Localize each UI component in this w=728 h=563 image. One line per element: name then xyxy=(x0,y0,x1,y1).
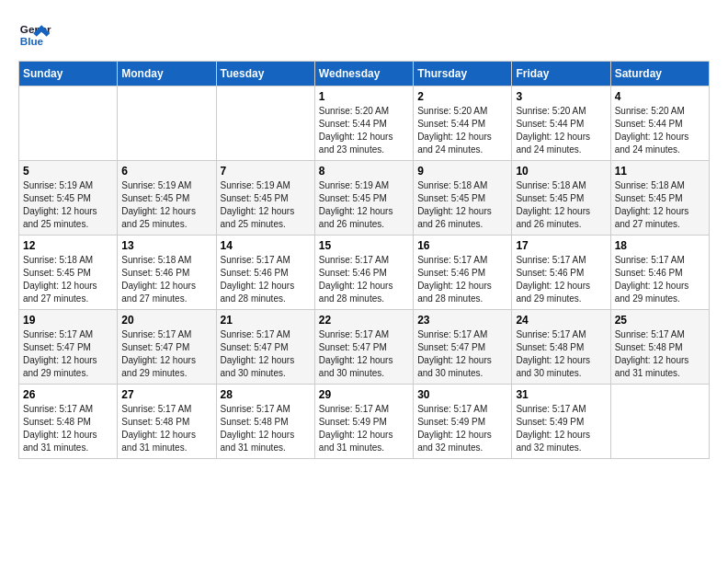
day-of-week-sunday: Sunday xyxy=(19,62,118,86)
logo: General Blue xyxy=(18,18,51,52)
day-info: Sunrise: 5:20 AM Sunset: 5:44 PM Dayligh… xyxy=(319,105,409,156)
day-info: Sunrise: 5:17 AM Sunset: 5:47 PM Dayligh… xyxy=(121,328,211,380)
page-header: General Blue xyxy=(18,18,710,52)
day-info: Sunrise: 5:17 AM Sunset: 5:49 PM Dayligh… xyxy=(417,403,507,454)
day-number: 17 xyxy=(516,239,606,252)
day-info: Sunrise: 5:18 AM Sunset: 5:46 PM Dayligh… xyxy=(121,254,211,305)
day-number: 2 xyxy=(417,90,507,103)
day-number: 13 xyxy=(121,239,211,252)
calendar-cell: 16Sunrise: 5:17 AM Sunset: 5:46 PM Dayli… xyxy=(414,236,512,310)
calendar-table: SundayMondayTuesdayWednesdayThursdayFrid… xyxy=(18,61,710,459)
day-number: 15 xyxy=(319,239,409,252)
day-info: Sunrise: 5:17 AM Sunset: 5:46 PM Dayligh… xyxy=(319,254,409,305)
day-of-week-wednesday: Wednesday xyxy=(314,62,413,86)
calendar-week-4: 19Sunrise: 5:17 AM Sunset: 5:47 PM Dayli… xyxy=(19,310,710,385)
day-info: Sunrise: 5:17 AM Sunset: 5:46 PM Dayligh… xyxy=(615,254,705,305)
calendar-week-3: 12Sunrise: 5:18 AM Sunset: 5:45 PM Dayli… xyxy=(19,236,710,310)
day-number: 25 xyxy=(615,314,705,327)
calendar-cell: 20Sunrise: 5:17 AM Sunset: 5:47 PM Dayli… xyxy=(118,310,216,385)
day-info: Sunrise: 5:17 AM Sunset: 5:48 PM Dayligh… xyxy=(121,403,211,454)
day-number: 14 xyxy=(221,239,311,252)
day-of-week-friday: Friday xyxy=(512,62,610,86)
day-info: Sunrise: 5:18 AM Sunset: 5:45 PM Dayligh… xyxy=(516,179,606,231)
day-number: 30 xyxy=(417,388,507,401)
calendar-cell: 13Sunrise: 5:18 AM Sunset: 5:46 PM Dayli… xyxy=(118,236,216,310)
day-info: Sunrise: 5:20 AM Sunset: 5:44 PM Dayligh… xyxy=(417,105,507,156)
calendar-cell: 27Sunrise: 5:17 AM Sunset: 5:48 PM Dayli… xyxy=(118,385,216,459)
day-number: 11 xyxy=(615,165,705,178)
calendar-cell: 14Sunrise: 5:17 AM Sunset: 5:46 PM Dayli… xyxy=(216,236,314,310)
svg-text:Blue: Blue xyxy=(20,35,44,47)
calendar-cell: 31Sunrise: 5:17 AM Sunset: 5:49 PM Dayli… xyxy=(512,385,610,459)
day-info: Sunrise: 5:17 AM Sunset: 5:48 PM Dayligh… xyxy=(516,328,606,380)
calendar-cell: 8Sunrise: 5:19 AM Sunset: 5:45 PM Daylig… xyxy=(314,161,413,236)
calendar-cell xyxy=(118,86,216,161)
calendar-cell: 22Sunrise: 5:17 AM Sunset: 5:47 PM Dayli… xyxy=(314,310,413,385)
day-info: Sunrise: 5:17 AM Sunset: 5:49 PM Dayligh… xyxy=(319,403,409,454)
calendar-cell: 10Sunrise: 5:18 AM Sunset: 5:45 PM Dayli… xyxy=(512,161,610,236)
day-number: 6 xyxy=(121,165,211,178)
calendar-week-2: 5Sunrise: 5:19 AM Sunset: 5:45 PM Daylig… xyxy=(19,161,710,236)
calendar-cell: 5Sunrise: 5:19 AM Sunset: 5:45 PM Daylig… xyxy=(19,161,118,236)
day-of-week-header: SundayMondayTuesdayWednesdayThursdayFrid… xyxy=(19,62,710,86)
day-number: 3 xyxy=(516,90,606,103)
day-info: Sunrise: 5:17 AM Sunset: 5:49 PM Dayligh… xyxy=(516,403,606,454)
day-info: Sunrise: 5:19 AM Sunset: 5:45 PM Dayligh… xyxy=(121,179,211,231)
day-number: 22 xyxy=(319,314,409,327)
day-info: Sunrise: 5:17 AM Sunset: 5:47 PM Dayligh… xyxy=(417,328,507,380)
calendar-week-5: 26Sunrise: 5:17 AM Sunset: 5:48 PM Dayli… xyxy=(19,385,710,459)
calendar-cell: 4Sunrise: 5:20 AM Sunset: 5:44 PM Daylig… xyxy=(610,86,709,161)
calendar-cell: 30Sunrise: 5:17 AM Sunset: 5:49 PM Dayli… xyxy=(414,385,512,459)
day-of-week-tuesday: Tuesday xyxy=(216,62,314,86)
calendar-cell: 1Sunrise: 5:20 AM Sunset: 5:44 PM Daylig… xyxy=(314,86,413,161)
day-info: Sunrise: 5:19 AM Sunset: 5:45 PM Dayligh… xyxy=(319,179,409,231)
day-number: 5 xyxy=(23,165,113,178)
day-number: 28 xyxy=(221,388,311,401)
day-number: 27 xyxy=(121,388,211,401)
day-number: 8 xyxy=(319,165,409,178)
day-number: 19 xyxy=(23,314,113,327)
day-number: 31 xyxy=(516,388,606,401)
calendar-cell: 17Sunrise: 5:17 AM Sunset: 5:46 PM Dayli… xyxy=(512,236,610,310)
calendar-cell: 15Sunrise: 5:17 AM Sunset: 5:46 PM Dayli… xyxy=(314,236,413,310)
day-info: Sunrise: 5:20 AM Sunset: 5:44 PM Dayligh… xyxy=(615,105,705,156)
calendar-cell: 3Sunrise: 5:20 AM Sunset: 5:44 PM Daylig… xyxy=(512,86,610,161)
calendar-cell: 21Sunrise: 5:17 AM Sunset: 5:47 PM Dayli… xyxy=(216,310,314,385)
calendar-cell: 23Sunrise: 5:17 AM Sunset: 5:47 PM Dayli… xyxy=(414,310,512,385)
calendar-cell: 18Sunrise: 5:17 AM Sunset: 5:46 PM Dayli… xyxy=(610,236,709,310)
day-number: 7 xyxy=(221,165,311,178)
logo-icon: General Blue xyxy=(18,18,51,52)
day-number: 23 xyxy=(417,314,507,327)
day-of-week-monday: Monday xyxy=(118,62,216,86)
day-number: 18 xyxy=(615,239,705,252)
day-info: Sunrise: 5:19 AM Sunset: 5:45 PM Dayligh… xyxy=(221,179,311,231)
day-info: Sunrise: 5:17 AM Sunset: 5:47 PM Dayligh… xyxy=(319,328,409,380)
day-number: 21 xyxy=(221,314,311,327)
day-number: 20 xyxy=(121,314,211,327)
day-info: Sunrise: 5:17 AM Sunset: 5:46 PM Dayligh… xyxy=(221,254,311,305)
calendar-cell xyxy=(19,86,118,161)
calendar-cell: 2Sunrise: 5:20 AM Sunset: 5:44 PM Daylig… xyxy=(414,86,512,161)
calendar-cell: 11Sunrise: 5:18 AM Sunset: 5:45 PM Dayli… xyxy=(610,161,709,236)
calendar-cell: 28Sunrise: 5:17 AM Sunset: 5:48 PM Dayli… xyxy=(216,385,314,459)
day-number: 1 xyxy=(319,90,409,103)
day-info: Sunrise: 5:17 AM Sunset: 5:48 PM Dayligh… xyxy=(615,328,705,380)
day-of-week-thursday: Thursday xyxy=(414,62,512,86)
calendar-cell xyxy=(610,385,709,459)
calendar-cell: 7Sunrise: 5:19 AM Sunset: 5:45 PM Daylig… xyxy=(216,161,314,236)
day-info: Sunrise: 5:17 AM Sunset: 5:46 PM Dayligh… xyxy=(417,254,507,305)
day-number: 4 xyxy=(615,90,705,103)
calendar-cell: 6Sunrise: 5:19 AM Sunset: 5:45 PM Daylig… xyxy=(118,161,216,236)
day-number: 26 xyxy=(23,388,113,401)
calendar-body: 1Sunrise: 5:20 AM Sunset: 5:44 PM Daylig… xyxy=(19,86,710,459)
calendar-cell: 26Sunrise: 5:17 AM Sunset: 5:48 PM Dayli… xyxy=(19,385,118,459)
day-number: 29 xyxy=(319,388,409,401)
day-info: Sunrise: 5:17 AM Sunset: 5:47 PM Dayligh… xyxy=(23,328,113,380)
day-info: Sunrise: 5:20 AM Sunset: 5:44 PM Dayligh… xyxy=(516,105,606,156)
day-number: 16 xyxy=(417,239,507,252)
day-number: 10 xyxy=(516,165,606,178)
day-number: 24 xyxy=(516,314,606,327)
day-info: Sunrise: 5:17 AM Sunset: 5:48 PM Dayligh… xyxy=(23,403,113,454)
calendar-week-1: 1Sunrise: 5:20 AM Sunset: 5:44 PM Daylig… xyxy=(19,86,710,161)
calendar-cell: 19Sunrise: 5:17 AM Sunset: 5:47 PM Dayli… xyxy=(19,310,118,385)
